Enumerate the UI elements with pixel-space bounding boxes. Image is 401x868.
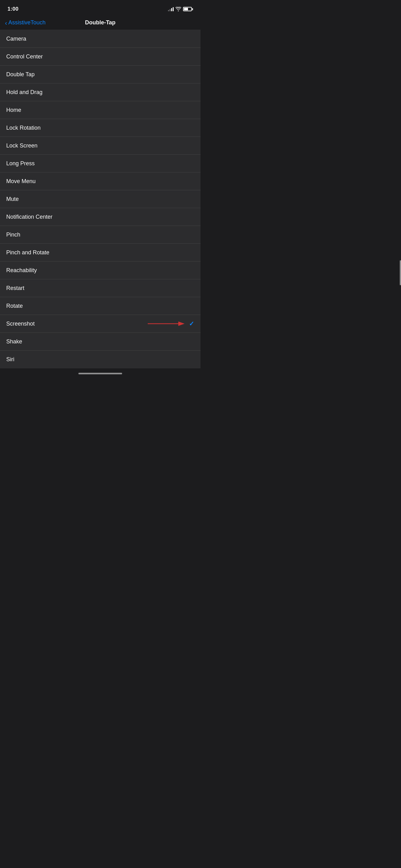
item-label-move-menu: Move Menu: [6, 178, 36, 185]
item-label-pinch: Pinch: [6, 231, 20, 238]
list-item[interactable]: Double Tap: [0, 66, 201, 84]
list-item[interactable]: Long Press: [0, 155, 201, 173]
list-item[interactable]: Home: [0, 101, 201, 119]
status-bar: 1:00: [0, 0, 201, 17]
checkmark-icon: ✓: [189, 320, 194, 328]
page-title: Double-Tap: [49, 19, 152, 26]
home-indicator: [0, 368, 201, 377]
item-label-notification-center: Notification Center: [6, 214, 53, 220]
menu-list: Camera Control Center Double Tap Hold an…: [0, 30, 201, 368]
back-label: AssistiveTouch: [8, 19, 45, 26]
item-label-pinch-and-rotate: Pinch and Rotate: [6, 249, 49, 256]
list-item[interactable]: Shake: [0, 333, 201, 350]
list-item[interactable]: Siri: [0, 350, 201, 368]
item-label-lock-screen: Lock Screen: [6, 143, 37, 149]
item-label-double-tap: Double Tap: [6, 71, 35, 78]
item-label-mute: Mute: [6, 196, 19, 203]
list-item[interactable]: Lock Rotation: [0, 119, 201, 137]
back-button[interactable]: ‹ AssistiveTouch: [5, 19, 49, 26]
wifi-icon: [175, 7, 181, 11]
signal-icon: [168, 7, 174, 11]
list-item[interactable]: Reachability: [0, 261, 201, 279]
list-item[interactable]: Mute: [0, 190, 201, 208]
red-arrow-annotation: [148, 319, 185, 328]
item-label-rotate: Rotate: [6, 303, 23, 309]
item-label-reachability: Reachability: [6, 267, 37, 274]
list-item[interactable]: Move Menu: [0, 173, 201, 190]
item-label-siri: Siri: [6, 356, 14, 363]
list-item[interactable]: Restart: [0, 279, 201, 297]
item-label-home: Home: [6, 107, 21, 114]
item-label-shake: Shake: [6, 338, 22, 345]
status-icons: [168, 7, 193, 11]
list-item[interactable]: Camera: [0, 30, 201, 48]
list-item[interactable]: Pinch and Rotate: [0, 244, 201, 261]
battery-icon: [183, 7, 193, 11]
home-bar: [78, 373, 122, 374]
item-label-hold-and-drag: Hold and Drag: [6, 89, 42, 96]
list-item[interactable]: Hold and Drag: [0, 84, 201, 101]
list-item[interactable]: Control Center: [0, 48, 201, 66]
item-label-lock-rotation: Lock Rotation: [6, 125, 41, 131]
item-label-long-press: Long Press: [6, 160, 35, 167]
status-time: 1:00: [7, 6, 19, 12]
item-label-camera: Camera: [6, 36, 26, 42]
list-item[interactable]: Pinch: [0, 226, 201, 244]
item-label-control-center: Control Center: [6, 54, 43, 60]
list-item[interactable]: Notification Center: [0, 208, 201, 226]
list-item[interactable]: Rotate: [0, 297, 201, 315]
back-chevron-icon: ‹: [5, 20, 7, 26]
screenshot-right: ✓: [148, 319, 194, 328]
nav-header: ‹ AssistiveTouch Double-Tap: [0, 17, 201, 30]
item-label-screenshot: Screenshot: [6, 320, 35, 327]
item-label-restart: Restart: [6, 285, 24, 291]
list-item[interactable]: Lock Screen: [0, 137, 201, 155]
list-item-screenshot[interactable]: Screenshot ✓: [0, 315, 201, 333]
svg-marker-1: [178, 321, 185, 326]
